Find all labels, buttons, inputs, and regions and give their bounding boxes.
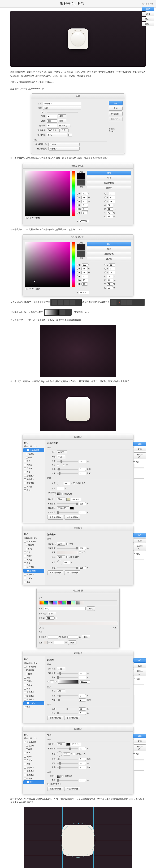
bit-depth[interactable]: 8 位 (61, 128, 69, 132)
hex-input[interactable] (79, 220, 89, 223)
width-input[interactable] (47, 115, 57, 118)
res-input[interactable] (47, 124, 57, 127)
page-header: 调档开关小教程 素材来自网络 (0, 0, 156, 8)
ok-button[interactable]: 确定 (109, 101, 122, 105)
bg-swatch (69, 134, 72, 136)
new-color-swatch (77, 173, 85, 179)
tick-dot (77, 30, 79, 31)
gradient-edit-bar[interactable] (39, 622, 117, 625)
current-color-swatch (77, 250, 85, 257)
gradient-editor-panel: 渐变编辑器 预设 名称:新建 渐变类型:实底 平滑度:% e7e2dff4f0e… (36, 588, 120, 648)
hue-slider[interactable] (72, 242, 75, 287)
hue-slider[interactable] (72, 170, 75, 216)
cp-add-button[interactable]: 添加到色板 (87, 181, 131, 185)
header-source: 素材来自网络 (142, 2, 153, 5)
fx-panel-gradient: 图层样式 样式 混合选项：默认 斜面和浮雕 等高线 纹理 描边 内阴影 内发光 … (23, 526, 133, 585)
bg-select[interactable]: 白色 (47, 133, 68, 137)
intro-p3: 新建画布（ctrl+n）宽高400px*300px (10, 87, 146, 91)
caption-2: 新一个宽高400×300的椭形居中对齐整个画布作为背景最后级，颜色为 2211d… (10, 228, 146, 231)
doc-name-input[interactable] (43, 102, 81, 105)
arrow-icon: → (117, 299, 121, 306)
fx-panel-outer-glow: 图层样式 样式 混合选项：默认 斜面和浮雕 等高线 纹理 描边 内阴影 内发光 … (23, 651, 133, 723)
size-select (47, 112, 78, 113)
cp-cancel-button[interactable]: 取消 (87, 176, 131, 180)
height-unit[interactable]: 像素 (58, 119, 66, 123)
current-color-swatch (77, 179, 85, 186)
tick-dot (83, 33, 84, 34)
angle-dial[interactable] (57, 481, 62, 486)
panel-title: 新建 (31, 94, 125, 99)
knob-icon-base (68, 28, 88, 49)
gradient-preview[interactable] (57, 551, 78, 554)
intro-p1: 最终的图标图片，效果分析下这个外观。它由一个底板，几个圆组成，立体、这样分析调整… (10, 70, 146, 78)
knob-indicator (78, 33, 78, 35)
new-color-swatch (77, 244, 85, 250)
res-unit[interactable]: 像素/英寸 (58, 124, 71, 127)
gradient-presets[interactable] (39, 600, 117, 606)
gradient-toolbar (44, 309, 72, 316)
toolbar-preview-1 (50, 299, 82, 306)
cp-ok-button[interactable]: 确定 (87, 170, 131, 175)
circle-construction-preview (24, 807, 132, 868)
width-unit[interactable]: 像素 (58, 115, 66, 118)
fx-preview (133, 467, 144, 478)
new-document-panel: 新建 名称: 预设:自定 大小: 宽度:像素 高度:像素 分辨率:像素/英寸 颜… (31, 93, 125, 154)
color-picker-2: 拾色器（填充） 只有 Web 颜色 新的 当前 确定 取消 添加到色板 颜色库 (23, 235, 133, 296)
color-field[interactable] (25, 170, 70, 216)
color-mode[interactable]: RGB 颜色 (47, 128, 60, 132)
intro-p2: 好啦，又到和随脚本制作的之后就能步步解读～ (10, 81, 146, 84)
cancel-button[interactable]: 取消 (109, 106, 122, 111)
height-input[interactable] (47, 119, 57, 123)
toolbar-preview-2: → (110, 299, 145, 306)
background-preview (40, 325, 116, 377)
icon-base-preview (40, 386, 116, 431)
fx-bevel-item[interactable]: →斜面和浮雕 (24, 448, 44, 452)
color-field[interactable] (25, 242, 70, 287)
preset-select[interactable]: 自定 (43, 106, 81, 110)
tick-dot (80, 30, 81, 31)
cp-lib-button[interactable]: 颜色库 (87, 186, 131, 190)
hero-preview (10, 11, 146, 67)
circle-outline (61, 823, 95, 858)
tick-dot (75, 30, 76, 31)
profile-select[interactable]: Display (48, 143, 80, 146)
color-picker-1: 拾色器（填充） 只有 Web 颜色 新的 当前 确定 取消 添加到色板 颜色库 (23, 163, 133, 225)
web-only-checkbox[interactable] (25, 217, 27, 219)
fx-panel-drop-shadow: 图层样式 样式 混合选项：默认 斜面和浮雕 等高线 纹理 描边 内阴影 内发光 … (23, 726, 133, 794)
fx-panel-bevel: 图层样式 样式 混合选项：默认 →斜面和浮雕 等高线 纹理 描边 内阴影 内发光… (23, 434, 133, 523)
aspect-select[interactable]: 方形像素 (48, 147, 80, 151)
tick-dot (72, 33, 73, 34)
fx-sidebar: 样式 混合选项：默认 →斜面和浮雕 等高线 纹理 描边 内阴影 内发光 光泽 颜… (23, 439, 45, 523)
page-title: 调档开关小教程 (60, 1, 84, 6)
save-preset-button[interactable]: 存储预设... (109, 112, 122, 116)
caption-1: 新一个宽高400×300的矩形居中对齐整个画布作为背景，颜色为 #05050（温… (10, 157, 146, 160)
rounded-square (66, 397, 90, 421)
delete-preset-button: 删除预设... (109, 117, 122, 121)
knob-dial (71, 32, 85, 46)
